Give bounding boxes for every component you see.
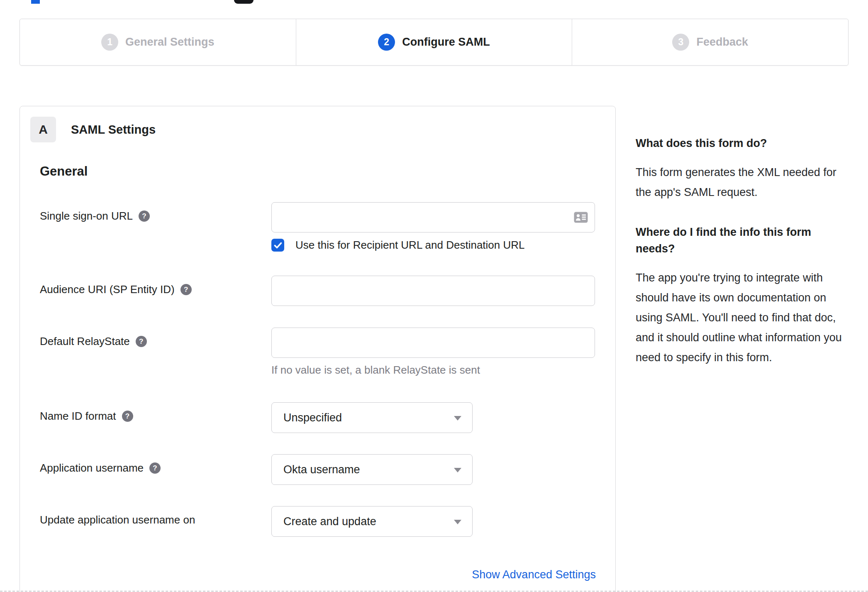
sso-url-input[interactable] xyxy=(271,202,595,232)
sso-url-label: Single sign-on URL xyxy=(40,209,133,223)
wizard-stepper: 1 General Settings 2 Configure SAML 3 Fe… xyxy=(20,19,848,66)
step-3-label: Feedback xyxy=(696,36,748,49)
audience-uri-label-group: Audience URI (SP Entity ID) ? xyxy=(40,276,271,306)
help-icon[interactable]: ? xyxy=(139,210,150,222)
cropped-logo-fragment xyxy=(31,0,40,4)
relay-state-label: Default RelayState xyxy=(40,334,130,348)
field-row-name-id-format: Name ID format ? Unspecified xyxy=(20,402,615,433)
update-username-value: Create and update xyxy=(283,515,376,528)
app-username-label-group: Application username ? xyxy=(40,454,271,485)
app-username-value: Okta username xyxy=(283,463,360,476)
audience-uri-label: Audience URI (SP Entity ID) xyxy=(40,282,175,296)
name-id-label-group: Name ID format ? xyxy=(40,402,271,433)
app-username-select[interactable]: Okta username xyxy=(271,454,473,485)
saml-form: Single sign-on URL ? xyxy=(20,202,615,581)
field-row-app-username: Application username ? Okta username xyxy=(20,454,615,485)
help-body-what: This form generates the XML needed for t… xyxy=(636,162,843,202)
field-row-audience-uri: Audience URI (SP Entity ID) ? xyxy=(20,276,615,306)
help-icon[interactable]: ? xyxy=(180,284,192,295)
sso-url-label-group: Single sign-on URL ? xyxy=(40,202,271,252)
chevron-down-icon xyxy=(454,416,461,421)
step-3-circle: 3 xyxy=(672,34,689,51)
help-heading-where: Where do I find the info this form needs… xyxy=(636,224,843,257)
name-id-format-select[interactable]: Unspecified xyxy=(271,402,473,433)
help-body-where: The app you're trying to integrate with … xyxy=(636,268,843,367)
step-2-circle: 2 xyxy=(378,34,395,51)
cropped-app-icon-fragment xyxy=(234,0,254,4)
chevron-down-icon xyxy=(454,468,461,472)
step-2-label: Configure SAML xyxy=(402,36,490,49)
bottom-dashed-divider xyxy=(0,591,868,592)
step-1-circle: 1 xyxy=(101,34,118,51)
recipient-url-checkbox-row: Use this for Recipient URL and Destinati… xyxy=(271,239,615,252)
help-icon[interactable]: ? xyxy=(136,336,147,347)
update-username-label-group: Update application username on xyxy=(40,506,271,537)
chevron-down-icon xyxy=(454,520,461,524)
audience-uri-input[interactable] xyxy=(271,276,595,306)
field-row-relay-state: Default RelayState ? If no value is set,… xyxy=(20,328,615,377)
help-sidebar: What does this form do? This form genera… xyxy=(636,135,843,389)
relay-state-helper-text: If no value is set, a blank RelayState i… xyxy=(271,364,615,377)
recipient-url-checkbox-label: Use this for Recipient URL and Destinati… xyxy=(295,239,525,252)
name-id-format-value: Unspecified xyxy=(283,411,342,424)
help-section-what: What does this form do? This form genera… xyxy=(636,135,843,202)
update-username-label: Update application username on xyxy=(40,513,195,527)
step-general-settings[interactable]: 1 General Settings xyxy=(20,19,296,65)
help-icon[interactable]: ? xyxy=(149,462,161,474)
relay-state-label-group: Default RelayState ? xyxy=(40,328,271,377)
help-section-where: Where do I find the info this form needs… xyxy=(636,224,843,367)
field-row-sso-url: Single sign-on URL ? xyxy=(20,202,615,252)
step-configure-saml[interactable]: 2 Configure SAML xyxy=(296,19,572,65)
saml-settings-panel: A SAML Settings General Single sign-on U… xyxy=(20,106,616,592)
field-row-update-username: Update application username on Create an… xyxy=(20,506,615,537)
relay-state-input[interactable] xyxy=(271,328,595,358)
panel-title: SAML Settings xyxy=(71,123,156,137)
help-heading-what: What does this form do? xyxy=(636,135,843,152)
app-username-label: Application username xyxy=(40,461,144,475)
panel-header: A SAML Settings xyxy=(20,117,615,142)
general-group-heading: General xyxy=(40,164,615,179)
show-advanced-settings-link[interactable]: Show Advanced Settings xyxy=(472,568,596,581)
update-username-select[interactable]: Create and update xyxy=(271,506,473,537)
contact-card-icon[interactable] xyxy=(574,212,588,225)
step-1-label: General Settings xyxy=(125,36,215,49)
name-id-label: Name ID format xyxy=(40,409,116,423)
step-feedback[interactable]: 3 Feedback xyxy=(572,19,848,65)
help-icon[interactable]: ? xyxy=(122,411,133,422)
recipient-url-checkbox[interactable] xyxy=(271,239,284,252)
section-a-badge: A xyxy=(30,117,56,142)
